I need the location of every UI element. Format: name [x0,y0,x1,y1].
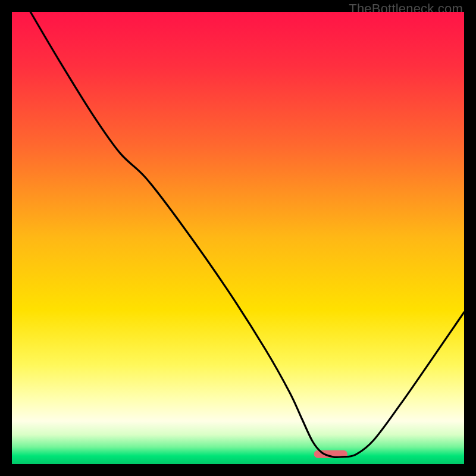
chart-frame [12,12,464,464]
gradient-background [12,12,464,464]
bottleneck-chart [12,12,464,464]
